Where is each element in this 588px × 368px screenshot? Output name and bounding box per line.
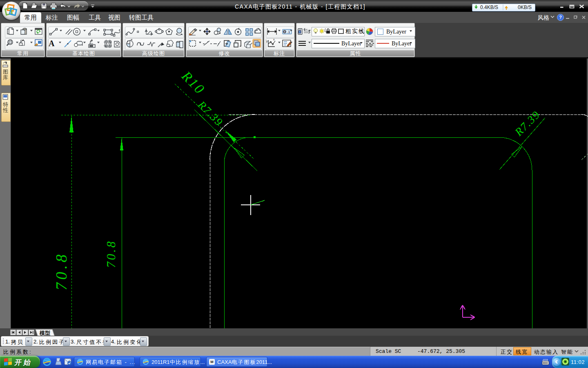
svg-text:70.8: 70.8 (105, 240, 118, 268)
svg-text:R10: R10 (178, 68, 208, 98)
svg-text:R7.39: R7.39 (195, 98, 225, 128)
svg-text:R7.39: R7.39 (512, 108, 542, 139)
svg-text:70.8: 70.8 (53, 252, 70, 291)
